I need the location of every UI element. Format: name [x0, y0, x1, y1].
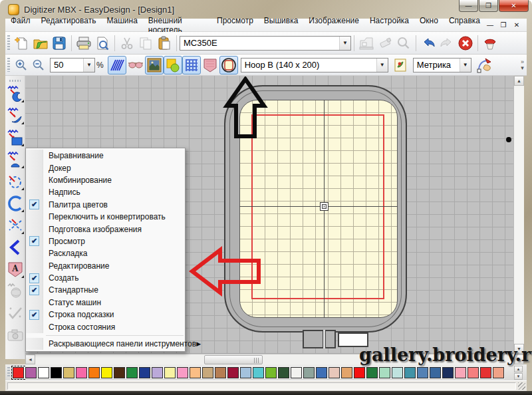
- context-menu-item[interactable]: ✔Просмотр: [26, 235, 185, 247]
- paste-button[interactable]: [155, 34, 174, 53]
- color-swatch[interactable]: [215, 367, 226, 378]
- new-design-button[interactable]: [13, 34, 31, 53]
- open-design-button[interactable]: [31, 34, 50, 53]
- color-swatch[interactable]: [291, 367, 302, 378]
- save-design-button[interactable]: [50, 34, 68, 53]
- context-menu-item[interactable]: ✔Стандартные: [26, 284, 185, 296]
- toolbar-grip[interactable]: [9, 80, 21, 82]
- stitch-tool-button[interactable]: [481, 34, 499, 53]
- color-swatch[interactable]: [63, 367, 74, 378]
- color-swatch[interactable]: [278, 367, 289, 378]
- hoop-layout-button[interactable]: [392, 57, 409, 73]
- color-swatch[interactable]: [38, 367, 49, 378]
- close-design-button[interactable]: [456, 34, 475, 53]
- color-swatch[interactable]: [467, 367, 479, 378]
- vertical-scrollbar[interactable]: ▲ ▼: [513, 76, 524, 354]
- minimize-button[interactable]: —: [459, 0, 478, 12]
- tool-open-object-button[interactable]: [6, 106, 25, 125]
- resize-grip[interactable]: [518, 382, 525, 390]
- color-swatch[interactable]: [442, 367, 454, 378]
- color-swatch[interactable]: [316, 367, 327, 378]
- palette-scroll-up-button[interactable]: ▲: [514, 366, 523, 372]
- hoop-select[interactable]: Hoop B (140 x 200) ▼: [241, 58, 388, 72]
- color-swatch[interactable]: [455, 367, 466, 378]
- context-menu-item[interactable]: Раскладка: [26, 247, 185, 259]
- toolbar-grip[interactable]: [7, 58, 10, 72]
- color-swatch[interactable]: [430, 367, 441, 378]
- color-swatch[interactable]: [177, 367, 188, 378]
- context-menu-item[interactable]: Надпись: [26, 186, 185, 198]
- context-menu-item[interactable]: Докер: [26, 162, 185, 174]
- color-swatch[interactable]: [152, 367, 163, 378]
- color-swatch[interactable]: [379, 367, 390, 378]
- zoom-in-button[interactable]: [13, 57, 30, 73]
- chevron-down-icon[interactable]: ▼: [460, 59, 471, 72]
- tool-reshape-button[interactable]: [6, 238, 25, 257]
- color-swatch[interactable]: [329, 367, 340, 378]
- color-swatch[interactable]: [190, 367, 201, 378]
- palette-scroll-down-button[interactable]: ▼: [514, 373, 523, 380]
- color-swatch[interactable]: [76, 367, 87, 378]
- undo-button[interactable]: [419, 34, 438, 53]
- color-swatch[interactable]: [240, 367, 251, 378]
- picture-view-toggle[interactable]: [145, 56, 164, 74]
- context-menu-item[interactable]: Выравнивание: [26, 150, 185, 162]
- color-swatch[interactable]: [13, 367, 24, 378]
- mdi-minimize-button[interactable]: —: [485, 21, 495, 29]
- chevron-down-icon[interactable]: ▼: [339, 37, 350, 50]
- tool-closed-object-button[interactable]: [6, 84, 25, 103]
- machine-select[interactable]: MC350E ▼: [180, 36, 351, 51]
- tool-fill-area-button[interactable]: [6, 150, 25, 169]
- maximize-button[interactable]: ❐: [479, 0, 498, 12]
- context-menu-item[interactable]: Комбинирование: [26, 174, 185, 186]
- mdi-close-button[interactable]: ✕: [512, 21, 521, 29]
- units-select[interactable]: Метрика ▼: [413, 58, 471, 72]
- chevron-down-icon[interactable]: ▼: [83, 59, 94, 72]
- color-swatch[interactable]: [354, 367, 365, 378]
- color-swatch[interactable]: [25, 367, 37, 378]
- color-swatch[interactable]: [51, 367, 62, 378]
- color-swatch[interactable]: [126, 367, 138, 378]
- horizontal-scroll-thumb[interactable]: [204, 355, 263, 364]
- color-swatch[interactable]: [227, 367, 239, 378]
- toolbar-grip[interactable]: [7, 367, 10, 378]
- toolbar-overflow-button[interactable]: »▾: [521, 59, 524, 71]
- tool-circle-button[interactable]: [6, 194, 25, 213]
- tool-outline-run-button[interactable]: [6, 172, 25, 191]
- zoom-level-select[interactable]: 50 ▼: [50, 58, 95, 72]
- color-swatch[interactable]: [253, 367, 264, 378]
- zoom-out-button[interactable]: [30, 57, 47, 73]
- context-menu-item[interactable]: Строка состояния: [26, 321, 185, 332]
- color-swatch[interactable]: [480, 367, 491, 378]
- tool-lettering-button[interactable]: A: [6, 260, 25, 279]
- context-menu-item[interactable]: ✔Создать: [26, 272, 185, 284]
- color-swatch[interactable]: [114, 367, 125, 378]
- tool-stitch-angle-button[interactable]: [6, 216, 25, 235]
- hoop-view-toggle[interactable]: [219, 56, 238, 74]
- color-swatch[interactable]: [303, 367, 315, 378]
- context-menu-item[interactable]: ✔Строка подсказки: [26, 309, 185, 321]
- color-swatch[interactable]: [88, 367, 100, 378]
- context-menu-item[interactable]: ✔Палитра цветов: [26, 199, 185, 211]
- close-button[interactable]: ✕: [499, 0, 529, 12]
- color-swatch[interactable]: [164, 367, 176, 378]
- color-swatch[interactable]: [341, 367, 352, 378]
- context-menu-item[interactable]: Переключить и конвертировать: [26, 211, 185, 223]
- color-swatch[interactable]: [101, 367, 112, 378]
- print-preview-button[interactable]: [93, 34, 112, 53]
- context-menu-item[interactable]: Статус машин: [26, 297, 185, 309]
- color-swatch[interactable]: [417, 367, 428, 378]
- mdi-restore-button[interactable]: ❐: [499, 21, 508, 29]
- context-menu-item[interactable]: Раскрывающиеся панели инструментов▶: [26, 338, 185, 350]
- color-swatch[interactable]: [404, 367, 416, 378]
- reshape-button[interactable]: [475, 56, 494, 74]
- context-menu-item[interactable]: Редактирование: [26, 260, 185, 272]
- print-button[interactable]: [74, 34, 93, 53]
- tool-rectangle-button[interactable]: [6, 128, 25, 147]
- color-swatch[interactable]: [493, 367, 504, 378]
- chevron-down-icon[interactable]: ▼: [376, 59, 388, 72]
- fabric-view-toggle[interactable]: [201, 56, 219, 74]
- stitch-view-toggle[interactable]: [108, 56, 126, 74]
- scroll-up-button[interactable]: ▲: [514, 76, 524, 86]
- context-menu-item[interactable]: Подготовка изображения: [26, 223, 185, 235]
